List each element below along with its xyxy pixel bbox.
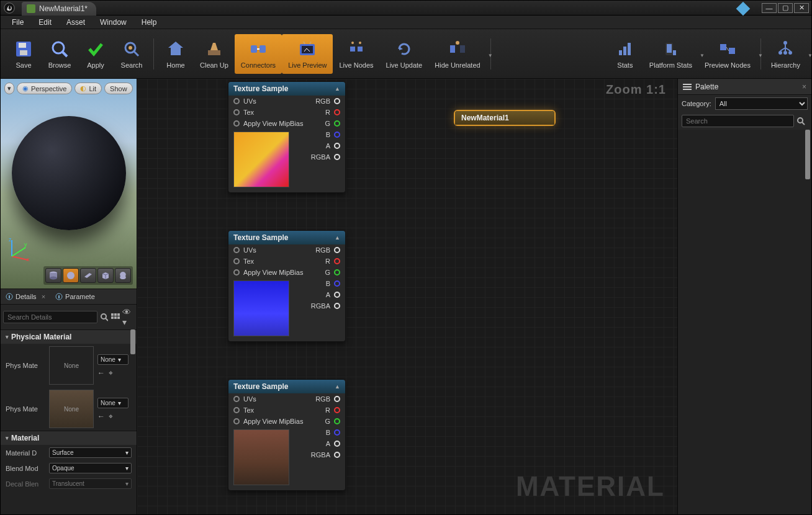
texture-sample-node[interactable]: Texture Sample▲UVsRGBTexRApply View MipB…: [228, 81, 346, 193]
collapse-icon[interactable]: ▲: [335, 383, 340, 390]
output-pin[interactable]: [334, 247, 340, 253]
output-pin[interactable]: [334, 429, 340, 436]
phys-material-combo-2[interactable]: None▾: [97, 398, 129, 408]
output-pin[interactable]: [334, 303, 340, 309]
output-pin[interactable]: [334, 143, 340, 149]
output-pin[interactable]: [334, 109, 340, 115]
toolbar-stats-button[interactable]: Stats: [607, 34, 643, 74]
toolbar-connectors-button[interactable]: Connectors: [235, 34, 282, 74]
input-pin[interactable]: [233, 109, 240, 115]
toolbar-save-button[interactable]: Save: [6, 34, 42, 74]
input-pin[interactable]: [233, 98, 240, 104]
output-pin[interactable]: [334, 98, 340, 104]
collapse-icon[interactable]: ▲: [335, 86, 340, 92]
output-pin[interactable]: [334, 292, 340, 298]
input-pin[interactable]: [233, 120, 240, 127]
output-pin[interactable]: [334, 120, 340, 127]
category-material[interactable]: Material: [1, 431, 137, 445]
dropdown-icon[interactable]: ▼: [758, 53, 763, 58]
toolbar-search-button[interactable]: Search: [114, 34, 150, 74]
output-pin[interactable]: [334, 280, 340, 287]
search-icon[interactable]: [100, 313, 108, 321]
palette-close-icon[interactable]: ×: [802, 83, 806, 91]
browse-to-icon[interactable]: ⌖: [109, 369, 113, 377]
shape-sphere-button[interactable]: [63, 268, 79, 283]
browse-to-icon-2[interactable]: ⌖: [109, 412, 113, 421]
output-pin[interactable]: [334, 132, 340, 138]
toolbar-previewnodes-button[interactable]: Preview Nodes▼: [698, 34, 757, 74]
input-pin[interactable]: [233, 247, 240, 253]
toolbar-hierarchy-button[interactable]: Hierarchy▼: [765, 34, 806, 74]
shape-plane-button[interactable]: [80, 268, 96, 283]
phys-material-combo[interactable]: None▾: [97, 354, 129, 365]
toolbar-livepreview-button[interactable]: Live Preview: [282, 34, 333, 74]
menu-file[interactable]: File: [6, 17, 30, 28]
dropdown-icon[interactable]: ▼: [808, 53, 812, 58]
viewport-show-button[interactable]: Show: [104, 83, 133, 94]
dropdown-icon[interactable]: ▼: [488, 53, 493, 58]
toolbar-livenodes-button[interactable]: Live Nodes: [333, 34, 379, 74]
toolbar-hideunrelated-button[interactable]: Hide Unrelated▼: [428, 34, 486, 74]
output-pin[interactable]: [334, 418, 340, 424]
matrix-icon[interactable]: [111, 313, 120, 321]
toolbar-home-button[interactable]: Home: [158, 34, 194, 74]
palette-header[interactable]: Palette ×: [678, 79, 811, 95]
menu-asset[interactable]: Asset: [60, 17, 91, 28]
texture-sample-node[interactable]: Texture Sample▲UVsRGBTexRApply View MipB…: [228, 379, 346, 491]
close-button[interactable]: ✕: [794, 3, 809, 13]
toolbar-browse-button[interactable]: Browse: [42, 34, 78, 74]
toolbar-liveupdate-button[interactable]: Live Update: [380, 34, 429, 74]
decal-blend-combo[interactable]: Translucent▾: [49, 478, 132, 489]
search-icon[interactable]: [794, 115, 808, 127]
material-output-node[interactable]: NewMaterial1: [454, 110, 556, 126]
preview-viewport[interactable]: ▾ ◉Perspective ◐Lit Show zxy: [1, 79, 137, 289]
tab-parameters[interactable]: Paramete: [50, 291, 100, 302]
use-selected-icon-2[interactable]: ←: [97, 412, 105, 421]
maximize-button[interactable]: ▢: [778, 3, 793, 13]
output-pin[interactable]: [334, 396, 340, 402]
texture-sample-node[interactable]: Texture Sample▲UVsRGBTexRApply View MipB…: [228, 230, 346, 342]
input-pin[interactable]: [233, 418, 240, 424]
shape-cylinder-button[interactable]: [45, 268, 61, 283]
output-pin[interactable]: [334, 154, 340, 160]
material-graph[interactable]: Zoom 1:1 MATERIAL Texture Sample▲UVsRGBT…: [137, 79, 677, 514]
menu-edit[interactable]: Edit: [32, 17, 58, 28]
menu-window[interactable]: Window: [94, 17, 133, 28]
menu-help[interactable]: Help: [135, 17, 163, 28]
output-pin[interactable]: [334, 407, 340, 413]
tab-details[interactable]: Details×: [1, 291, 50, 302]
output-pin[interactable]: [334, 258, 340, 264]
blend-mode-combo[interactable]: Opaque▾: [49, 463, 132, 473]
viewport-perspective-button[interactable]: ◉Perspective: [17, 83, 72, 94]
output-pin[interactable]: [334, 452, 340, 458]
viewport-options-button[interactable]: ▾: [4, 83, 14, 94]
document-tab[interactable]: NewMaterial1*: [22, 2, 96, 16]
material-domain-combo[interactable]: Surface▾: [49, 447, 132, 458]
shape-custom-button[interactable]: [115, 268, 131, 283]
viewport-lit-button[interactable]: ◐Lit: [74, 83, 102, 94]
output-pin[interactable]: [334, 269, 340, 275]
toolbar-cleanup-button[interactable]: Clean Up: [194, 34, 235, 74]
output-pin[interactable]: [334, 441, 340, 447]
use-selected-icon[interactable]: ←: [97, 369, 105, 377]
phys-material-thumb[interactable]: None: [49, 346, 94, 385]
category-physical-material[interactable]: Physical Material: [1, 329, 137, 344]
eye-icon[interactable]: 👁▾: [122, 307, 134, 327]
palette-search-input[interactable]: [682, 115, 794, 127]
input-pin[interactable]: [233, 407, 240, 413]
toolbar-apply-button[interactable]: Apply: [78, 34, 114, 74]
source-control-icon[interactable]: [736, 1, 751, 16]
minimize-button[interactable]: —: [762, 3, 777, 13]
svg-line-37: [12, 256, 28, 260]
scrollbar[interactable]: [805, 130, 810, 179]
collapse-icon[interactable]: ▲: [335, 235, 340, 241]
shape-cube-button[interactable]: [97, 268, 114, 283]
phys-material-thumb-2[interactable]: None: [49, 390, 94, 428]
details-search-input[interactable]: [3, 311, 97, 323]
input-pin[interactable]: [233, 396, 240, 402]
scrollbar[interactable]: [130, 329, 135, 354]
palette-category-select[interactable]: All: [715, 97, 808, 110]
input-pin[interactable]: [233, 258, 240, 264]
toolbar-platformstats-button[interactable]: Platform Stats▼: [643, 34, 698, 74]
input-pin[interactable]: [233, 269, 240, 275]
